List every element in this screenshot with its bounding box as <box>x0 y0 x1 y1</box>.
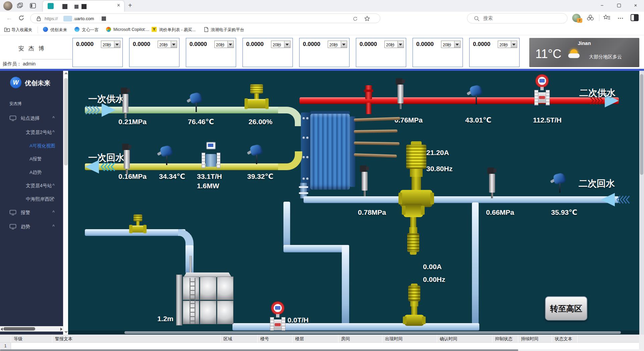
tab-title-redacted <box>82 4 87 9</box>
flow-chevrons-icon <box>616 195 631 204</box>
tab-bar: × + − × <box>0 0 644 12</box>
browser-essentials-icon[interactable] <box>587 15 594 21</box>
goto-high-zone-button[interactable]: 转至高区 <box>545 296 587 320</box>
table-vertical-scrollbar[interactable] <box>639 335 644 349</box>
column-header-suppress-state: 抑制状态 <box>492 335 518 343</box>
column-header-occur-time: 出现时间 <box>382 335 437 343</box>
search-input[interactable] <box>483 15 560 21</box>
main-horizontal-scrollbar[interactable] <box>68 331 639 335</box>
window-minimize-button[interactable]: − <box>597 2 607 8</box>
gauge-value-input[interactable]: 0.0000 <box>190 41 207 48</box>
gauge-value-input[interactable]: 0.0000 <box>246 41 264 48</box>
interval-select[interactable]: 20秒 <box>101 41 120 48</box>
browser-profile-avatar[interactable] <box>3 1 12 10</box>
bookmark-item[interactable]: 询价单列表 - 易买... <box>159 27 196 33</box>
sidebar-item-a-trend[interactable]: A趋势 <box>0 168 63 177</box>
operator-label: 操作员： <box>3 61 21 66</box>
interval-select[interactable]: 20秒 <box>498 41 517 48</box>
gauge-value-input[interactable]: 0.0000 <box>360 41 377 48</box>
interval-select[interactable]: 20秒 <box>328 41 347 48</box>
sidebar-item-label: 报警 <box>21 210 30 216</box>
sidebar-item-trend[interactable]: 趋势 ^ <box>0 223 63 232</box>
pipe-elbow <box>278 151 302 170</box>
interval-select[interactable]: 20秒 <box>441 41 461 48</box>
table-horizontal-scrollbar[interactable] <box>0 349 644 351</box>
sidebar-item-alarm[interactable]: 报警 ^ <box>0 209 63 217</box>
main-vertical-scrollbar[interactable] <box>639 71 644 335</box>
active-tab[interactable]: × <box>43 1 124 12</box>
scrollbar-thumb[interactable] <box>64 78 68 165</box>
flow-chevrons-icon <box>100 162 116 171</box>
flow-arrow-right-icon <box>102 103 116 117</box>
favorite-star-icon[interactable] <box>364 16 370 21</box>
alarm-table: 等级 警报文本 区域 楼号 楼层 房间 出现时间 确认时间 抑制状态 持续时间 … <box>0 335 644 351</box>
gauge-value-input[interactable]: 0.0000 <box>473 41 490 48</box>
scrollbar-thumb[interactable] <box>3 327 35 331</box>
settings-menu-button[interactable]: ••• <box>618 16 624 20</box>
scrollbar-thumb[interactable] <box>0 349 518 351</box>
gauge-panel: 0.0000 20秒 <box>356 38 406 67</box>
window-close-button[interactable]: × <box>631 2 641 8</box>
favorites-list-icon[interactable] <box>603 14 610 21</box>
sidebar-vertical-scrollbar[interactable] <box>63 71 68 335</box>
pipe-label-secondary-supply: 二次供水 <box>579 87 615 99</box>
pipe-tee <box>365 85 372 99</box>
address-bar[interactable]: https:// .uarto.com <box>30 13 380 23</box>
interval-select[interactable]: 20秒 <box>158 41 177 48</box>
sidebar-item-a-alarm[interactable]: A报警 <box>0 155 63 164</box>
toolbar-divider <box>599 14 599 21</box>
vertical-tabs-icon[interactable] <box>30 2 36 9</box>
gauge-panel: 0.0000 20秒 <box>186 38 236 67</box>
gauge-panel: 0.0000 20秒 <box>129 38 179 67</box>
sidebar-horizontal-scrollbar[interactable] <box>0 326 63 332</box>
refresh-button[interactable] <box>18 15 24 21</box>
sidebar-item-station-zhonghai[interactable]: 中海熙岸西区 ^ <box>0 195 63 204</box>
interval-select[interactable]: 20秒 <box>271 41 290 48</box>
interval-select[interactable]: 20秒 <box>214 41 234 48</box>
window-maximize-button[interactable] <box>617 4 621 7</box>
back-button[interactable]: ← <box>6 14 12 22</box>
bookmark-item[interactable]: Microsoft Copilot:... <box>113 27 149 32</box>
value-pump-frequency: 30.80Hz <box>426 165 452 173</box>
url-redacted-block <box>102 16 106 21</box>
gauge-value-input[interactable]: 0.0000 <box>76 41 94 48</box>
import-favorites-icon <box>4 27 10 32</box>
bookmark-item[interactable]: 文心一言 <box>82 27 99 33</box>
interval-select[interactable]: 20秒 <box>384 41 404 48</box>
sidebar-toggle-icon[interactable] <box>631 14 639 21</box>
search-box[interactable] <box>467 13 568 23</box>
tie-rod <box>354 117 400 122</box>
scroll-down-arrow[interactable] <box>64 331 68 333</box>
sidebar-item-label: A趋势 <box>30 169 42 176</box>
chevron-up-icon: ^ <box>52 183 55 188</box>
booster-pump <box>405 284 424 326</box>
pressure-sensor <box>395 78 407 109</box>
bookmark-favicon-youchuang <box>43 27 48 32</box>
reload-circle-icon[interactable] <box>353 16 358 21</box>
scroll-right-arrow[interactable] <box>60 328 62 331</box>
scroll-left-arrow[interactable] <box>1 328 3 331</box>
chevron-down-icon <box>454 41 460 48</box>
new-tab-button[interactable]: + <box>128 2 132 9</box>
bookmark-item[interactable]: 优创未来 <box>50 27 67 33</box>
sidebar-item-label: 站点选择 <box>21 115 40 121</box>
tab-close-button[interactable]: × <box>117 2 120 8</box>
gauge-value-input[interactable]: 0.0000 <box>133 41 150 48</box>
bookmark-item[interactable]: 浪潮电子采购平台 <box>211 27 244 33</box>
monitor-icon <box>9 224 16 230</box>
sidebar-item-station-wenxianju2[interactable]: 文贤居2号站 ^ <box>0 129 63 137</box>
gauge-value-input[interactable]: 0.0000 <box>416 41 434 48</box>
gauge-value-input[interactable]: 0.0000 <box>303 41 320 48</box>
scroll-up-arrow[interactable] <box>64 72 68 74</box>
flow-meter <box>270 302 285 334</box>
url-redacted-segment <box>63 16 72 21</box>
scrollbar-thumb[interactable] <box>640 74 643 175</box>
tab-groups-icon[interactable] <box>17 2 23 9</box>
sidebar-item-visualization-view[interactable]: A可视化视图 <box>0 142 63 151</box>
bookmark-import-favorites[interactable]: 导入收藏夹 <box>11 27 33 33</box>
sidebar-item-station-wenxianju4[interactable]: 文贤居4号站 ^ <box>0 182 63 191</box>
sidebar-item-site-select[interactable]: 站点选择 ^ <box>0 114 63 123</box>
monitor-icon <box>9 115 16 121</box>
scrollbar-thumb[interactable] <box>124 331 621 334</box>
gauge-panel: 0.0000 20秒 <box>413 38 463 67</box>
